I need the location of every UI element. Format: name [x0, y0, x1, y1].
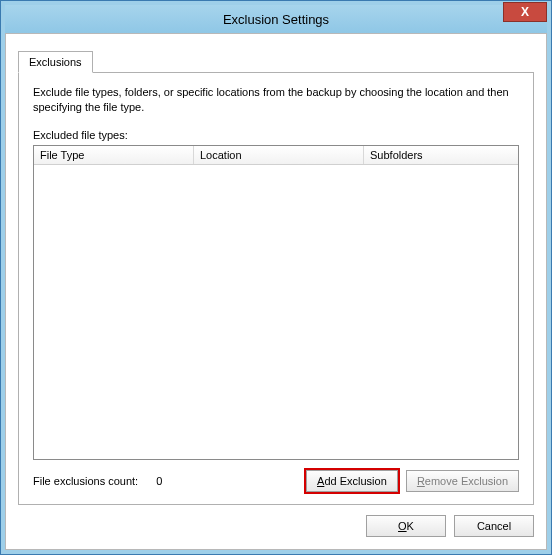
close-icon: X — [521, 5, 529, 19]
tab-exclusions[interactable]: Exclusions — [18, 51, 93, 73]
ok-label-rest: K — [407, 520, 414, 532]
column-header-filetype[interactable]: File Type — [34, 146, 194, 164]
tab-content: Exclude file types, folders, or specific… — [18, 72, 534, 505]
add-exclusion-label-rest: dd Exclusion — [324, 475, 386, 487]
column-header-location[interactable]: Location — [194, 146, 364, 164]
remove-exclusion-label-rest: emove Exclusion — [425, 475, 508, 487]
tab-label: Exclusions — [29, 56, 82, 68]
column-header-subfolders[interactable]: Subfolders — [364, 146, 518, 164]
titlebar: Exclusion Settings X — [5, 5, 547, 33]
window-title: Exclusion Settings — [5, 12, 547, 27]
ok-button[interactable]: OK — [366, 515, 446, 537]
cancel-button[interactable]: Cancel — [454, 515, 534, 537]
exclusions-grid[interactable]: File Type Location Subfolders — [33, 145, 519, 460]
tab-strip: Exclusions — [18, 50, 534, 72]
close-button[interactable]: X — [503, 2, 547, 22]
window-frame: Exclusion Settings X Exclusions Exclude … — [0, 0, 552, 555]
description-text: Exclude file types, folders, or specific… — [33, 85, 519, 115]
excluded-label: Excluded file types: — [33, 129, 519, 141]
count-value: 0 — [156, 475, 162, 487]
client-area: Exclusions Exclude file types, folders, … — [5, 33, 547, 550]
remove-exclusion-button[interactable]: Remove Exclusion — [406, 470, 519, 492]
count-label: File exclusions count: — [33, 475, 138, 487]
grid-header: File Type Location Subfolders — [34, 146, 518, 165]
grid-body — [34, 165, 518, 459]
add-exclusion-button[interactable]: Add Exclusion — [306, 470, 398, 492]
bottom-row: File exclusions count: 0 Add Exclusion R… — [33, 470, 519, 492]
dialog-buttons: OK Cancel — [18, 515, 534, 537]
